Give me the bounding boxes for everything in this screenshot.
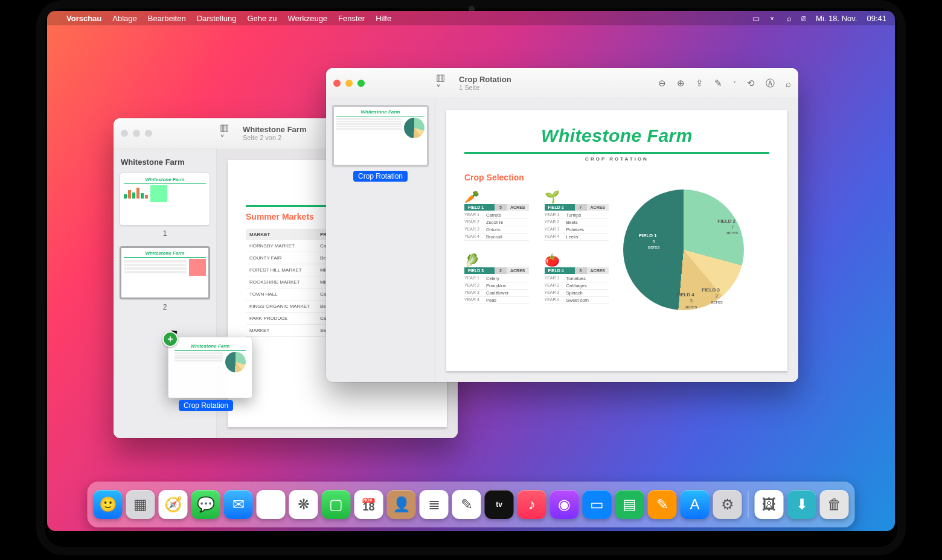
window-title: Crop Rotation xyxy=(459,75,511,84)
dock-separator xyxy=(748,491,749,518)
sidebar-toggle-button[interactable]: ▥ ˅ xyxy=(436,77,452,90)
thumbnail-page-2[interactable]: Whitestone Farm xyxy=(120,246,210,299)
dock-photos[interactable]: ❋ xyxy=(289,490,318,519)
page-subtitle: CROP ROTATION xyxy=(464,156,769,162)
dock-tv[interactable]: tv xyxy=(485,490,514,519)
dock-numbers[interactable]: ▤ xyxy=(615,490,644,519)
window-title: Whitestone Farm xyxy=(243,126,306,134)
thumbnail-crop-rotation[interactable]: Whitestone Farm xyxy=(332,105,429,167)
minimize-button[interactable] xyxy=(345,80,353,87)
thumbnail-page-1[interactable]: Whitestone Farm xyxy=(120,173,210,226)
drag-ghost-thumbnail[interactable]: + Whitestone Farm xyxy=(168,337,252,398)
minimize-dot[interactable] xyxy=(133,130,140,137)
menu-bar: Vorschau AblageBearbeitenDarstellungGehe… xyxy=(47,11,895,25)
dock-podcasts[interactable]: ◉ xyxy=(550,490,579,519)
menu-werkzeuge[interactable]: Werkzeuge xyxy=(288,14,328,23)
laptop-frame: Vorschau AblageBearbeitenDarstellungGehe… xyxy=(36,0,906,555)
vegetable-icon: 🍅 xyxy=(545,253,609,267)
share-button[interactable]: ⇪ xyxy=(696,78,703,89)
dock-maps[interactable]: 🗺 xyxy=(257,490,286,519)
sidebar-toggle-button[interactable]: ▥ ˅ xyxy=(220,127,236,140)
dock-pages[interactable]: ✎ xyxy=(648,490,677,519)
search-button[interactable]: ⌕ xyxy=(786,78,791,89)
rotate-button[interactable]: ⟲ xyxy=(747,78,755,89)
dock-trash[interactable]: 🗑 xyxy=(820,490,849,519)
dock-notes[interactable]: ✎ xyxy=(452,490,481,519)
dock-reminders[interactable]: ≣ xyxy=(420,490,449,519)
window-subtitle: 1 Seite xyxy=(459,84,511,91)
menu-gehe zu[interactable]: Gehe zu xyxy=(247,14,277,23)
dock-preview[interactable]: 🖼 xyxy=(755,490,784,519)
page-front: Whitestone Farm CROP ROTATION Crop Selec… xyxy=(446,110,787,371)
dock-finder[interactable]: 🙂 xyxy=(94,490,123,519)
wifi-icon[interactable]: ᯤ xyxy=(769,14,777,23)
section-title-front: Crop Selection xyxy=(464,173,769,182)
menu-bearbeiten[interactable]: Bearbeiten xyxy=(148,14,186,23)
menu-hilfe[interactable]: Hilfe xyxy=(376,14,391,23)
thumb-label-1: 1 xyxy=(120,229,210,238)
thumb-label-2: 2 xyxy=(120,303,210,311)
titlebar-front[interactable]: ▥ ˅ Crop Rotation 1 Seite ⊖ ⊕ ⇪ ✎ ˅ ⟲ Ⓐ … xyxy=(326,68,798,99)
zoom-button[interactable] xyxy=(357,80,365,87)
preview-window-front[interactable]: ▥ ˅ Crop Rotation 1 Seite ⊖ ⊕ ⇪ ✎ ˅ ⟲ Ⓐ … xyxy=(326,68,798,382)
zoom-in-button[interactable]: ⊕ xyxy=(677,78,685,89)
sidebar-front: Whitestone Farm xyxy=(326,99,435,382)
menu-date[interactable]: Mi. 18. Nov. xyxy=(816,14,857,23)
control-center-icon[interactable]: ⎚ xyxy=(801,14,806,23)
field-block: 🥬FIELD 32ACRESYEAR 1CeleryYEAR 2Pumpkins… xyxy=(464,253,529,310)
markup-menu[interactable]: ˅ xyxy=(733,80,736,87)
menu-time[interactable]: 09:41 xyxy=(867,14,886,23)
markup-button[interactable]: ✎ xyxy=(714,78,722,89)
traffic-lights[interactable] xyxy=(333,80,365,87)
vegetable-icon: 🌱 xyxy=(545,189,609,204)
thumb-label-front: Crop Rotation xyxy=(353,171,408,182)
spotlight-icon[interactable]: ⌕ xyxy=(787,14,792,23)
dock-calendar[interactable]: NOV18 xyxy=(354,490,383,519)
close-button[interactable] xyxy=(333,80,341,87)
field-block: 🥕FIELD 15ACRESYEAR 1CarrotsYEAR 2Zucchin… xyxy=(464,189,529,247)
dock-facetime[interactable]: ▢ xyxy=(322,490,351,519)
zoom-out-button[interactable]: ⊖ xyxy=(658,78,666,89)
vegetable-icon: 🥬 xyxy=(464,253,529,267)
dock-messages[interactable]: 💬 xyxy=(191,490,220,519)
app-name[interactable]: Vorschau xyxy=(66,14,101,23)
sidebar-title: Whitestone Farm xyxy=(121,158,210,167)
desktop[interactable]: Vorschau AblageBearbeitenDarstellungGehe… xyxy=(47,11,895,531)
battery-icon[interactable]: ▭ xyxy=(752,14,760,23)
dock-appstore[interactable]: A xyxy=(681,490,710,519)
dock-contacts[interactable]: 👤 xyxy=(387,490,416,519)
dock-safari[interactable]: 🧭 xyxy=(159,490,188,519)
field-block: 🍅FIELD 43ACRESYEAR 1TomatoesYEAR 2Cabbag… xyxy=(545,253,609,310)
dock-mail[interactable]: ✉ xyxy=(224,490,253,519)
drag-add-icon: + xyxy=(162,331,178,347)
menu-ablage[interactable]: Ablage xyxy=(112,14,136,23)
traffic-lights[interactable] xyxy=(121,130,152,137)
field-block: 🌱FIELD 27ACRESYEAR 1TurnipsYEAR 2BeetsYE… xyxy=(545,189,609,247)
dock-keynote[interactable]: ▭ xyxy=(583,490,612,519)
menu-darstellung[interactable]: Darstellung xyxy=(197,14,237,23)
drag-ghost-label: Crop Rotation xyxy=(179,400,233,411)
window-subtitle: Seite 2 von 2 xyxy=(243,134,306,141)
vegetable-icon: 🥕 xyxy=(464,189,529,204)
menu-fenster[interactable]: Fenster xyxy=(338,14,365,23)
dock-music[interactable]: ♪ xyxy=(517,490,546,519)
zoom-dot[interactable] xyxy=(145,130,152,137)
pie-chart: FIELD 15 acres FIELD 27 acres FIELD 32 a… xyxy=(623,189,744,310)
dock-settings[interactable]: ⚙ xyxy=(713,490,742,519)
page-title: Whitestone Farm xyxy=(464,126,769,146)
dock-downloads[interactable]: ⬇ xyxy=(787,490,816,519)
dock-launchpad[interactable]: ▦ xyxy=(126,490,155,519)
highlight-button[interactable]: Ⓐ xyxy=(766,78,775,89)
document-view-front[interactable]: Whitestone Farm CROP ROTATION Crop Selec… xyxy=(435,99,798,382)
dock[interactable]: 🙂▦🧭💬✉🗺❋▢NOV18👤≣✎tv♪◉▭▤✎A⚙🖼⬇🗑 xyxy=(88,482,855,527)
close-dot[interactable] xyxy=(121,130,128,137)
